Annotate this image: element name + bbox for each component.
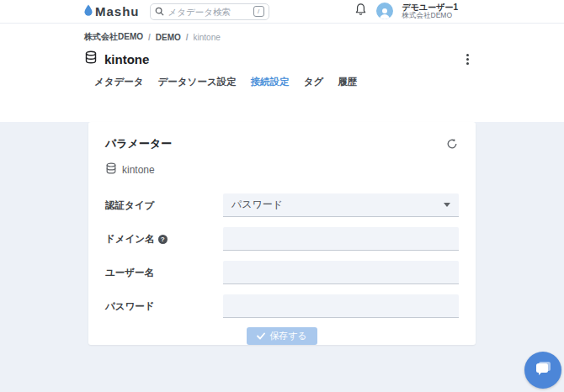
chat-bubbles-icon: [534, 360, 552, 380]
auth-type-select[interactable]: パスワード: [223, 193, 459, 217]
breadcrumb-separator: /: [148, 33, 151, 42]
breadcrumb-item-current: kintone: [194, 33, 221, 42]
domain-row: ドメイン名 ?: [105, 227, 459, 251]
slash-shortcut-icon: /: [253, 6, 264, 17]
chat-widget-button[interactable]: [524, 352, 561, 389]
tab-metadata[interactable]: メタデータ: [94, 76, 144, 93]
auth-type-selected-value: パスワード: [231, 198, 444, 212]
save-button[interactable]: 保存する: [247, 327, 317, 345]
breadcrumb-item-company[interactable]: 株式会社DEMO: [84, 31, 143, 43]
search-input[interactable]: [168, 7, 249, 17]
domain-label-text: ドメイン名: [105, 233, 155, 246]
auth-type-label: 認証タイプ: [105, 199, 223, 212]
tab-connection-settings[interactable]: 接続設定: [251, 76, 290, 93]
source-name-label: kintone: [122, 164, 155, 176]
tab-tags[interactable]: タグ: [304, 76, 324, 93]
chevron-down-icon: [444, 203, 450, 207]
username-input[interactable]: [223, 261, 459, 284]
user-company: 株式会社DEMO: [402, 12, 459, 20]
breadcrumb: 株式会社DEMO / DEMO / kintone: [84, 24, 480, 43]
droplet-icon: [84, 4, 93, 19]
user-info[interactable]: デモユーザー1 株式会社DEMO: [402, 3, 459, 20]
username-label: ユーザー名: [105, 267, 223, 279]
app-logo[interactable]: Mashu: [84, 4, 140, 19]
content-area: パラメーター kintone 認証タイプ パスワード ドメイン名 ?: [0, 122, 564, 392]
search-box[interactable]: /: [150, 3, 269, 20]
help-icon[interactable]: ?: [158, 235, 168, 244]
domain-input[interactable]: [223, 227, 459, 251]
logo-text: Mashu: [95, 4, 140, 19]
database-icon: [105, 162, 117, 177]
breadcrumb-item-demo[interactable]: DEMO: [156, 33, 181, 42]
tab-bar: メタデータ データソース設定 接続設定 タグ 履歴: [84, 76, 480, 93]
tab-history[interactable]: 履歴: [338, 76, 357, 93]
breadcrumb-separator: /: [186, 33, 189, 42]
page-title: kintone: [104, 52, 149, 66]
card-title: パラメーター: [105, 136, 172, 151]
app-bar: Mashu / デモユーザー1 株式会社DEMO: [0, 0, 564, 24]
refresh-icon[interactable]: [445, 137, 459, 151]
tab-datasource-settings[interactable]: データソース設定: [158, 76, 237, 93]
check-icon: [257, 331, 265, 342]
search-icon: [155, 4, 164, 19]
save-button-label: 保存する: [269, 330, 307, 342]
password-row: パスワード: [105, 294, 459, 318]
sub-header: 株式会社DEMO / DEMO / kintone kintone メタデータ …: [0, 24, 564, 95]
more-options-kebab-icon[interactable]: [461, 52, 473, 66]
domain-label: ドメイン名 ?: [105, 233, 223, 246]
parameters-card: パラメーター kintone 認証タイプ パスワード ドメイン名 ?: [88, 122, 476, 345]
password-label: パスワード: [105, 300, 223, 313]
user-avatar[interactable]: [376, 3, 393, 19]
password-input[interactable]: [223, 294, 459, 318]
notification-bell-icon[interactable]: [354, 3, 367, 19]
database-icon: [84, 50, 98, 67]
username-row: ユーザー名: [105, 261, 459, 284]
auth-type-row: 認証タイプ パスワード: [105, 193, 459, 217]
